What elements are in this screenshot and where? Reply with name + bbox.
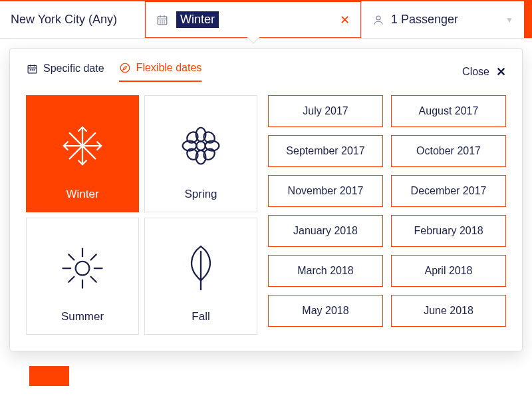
month-grid: July 2017 August 2017 September 2017 Oct…: [268, 95, 506, 335]
svg-point-15: [30, 69, 31, 70]
location-field[interactable]: New York City (Any): [0, 1, 145, 38]
close-button[interactable]: Close ✕: [462, 65, 506, 79]
month-button[interactable]: October 2017: [391, 135, 506, 167]
flower-icon: [176, 121, 225, 170]
month-button[interactable]: August 2017: [391, 95, 506, 127]
month-button[interactable]: June 2018: [391, 295, 506, 327]
date-value: Winter: [176, 11, 219, 28]
svg-point-32: [76, 261, 90, 275]
month-button[interactable]: December 2017: [391, 175, 506, 207]
month-button[interactable]: July 2017: [268, 95, 383, 127]
person-icon: [372, 14, 384, 26]
svg-point-18: [120, 63, 130, 73]
svg-line-40: [68, 276, 74, 282]
svg-point-9: [164, 23, 165, 23]
season-card-summer[interactable]: Summer: [26, 218, 139, 335]
svg-point-4: [160, 21, 161, 21]
tab-label: Flexible dates: [136, 62, 202, 74]
flexible-content: Winter Spring: [26, 95, 506, 335]
passengers-field[interactable]: 1 Passenger ▼: [361, 1, 524, 38]
season-label: Summer: [61, 310, 104, 323]
passengers-value: 1 Passenger: [391, 13, 458, 27]
date-field[interactable]: Winter ✕: [145, 1, 361, 38]
clear-date-button[interactable]: ✕: [340, 13, 350, 27]
svg-line-38: [91, 276, 96, 282]
tab-flexible-dates[interactable]: Flexible dates: [119, 62, 202, 82]
month-button[interactable]: March 2018: [268, 255, 383, 287]
search-button[interactable]: [524, 1, 532, 38]
month-button[interactable]: May 2018: [268, 295, 383, 327]
season-card-fall[interactable]: Fall: [144, 218, 257, 335]
location-value: New York City (Any): [11, 13, 117, 27]
close-icon: ✕: [496, 65, 506, 79]
svg-point-16: [32, 69, 33, 70]
svg-point-17: [33, 69, 34, 70]
month-button[interactable]: April 2018: [391, 255, 506, 287]
search-bar: New York City (Any) Winter ✕ 1 Passenger…: [0, 0, 532, 39]
calendar-icon: [26, 63, 38, 75]
snowflake-icon: [58, 121, 107, 170]
chevron-down-icon: ▼: [505, 15, 513, 25]
svg-point-7: [160, 23, 161, 23]
unknown-orange-block: [29, 366, 69, 386]
month-button[interactable]: September 2017: [268, 135, 383, 167]
svg-line-39: [91, 254, 96, 260]
season-label: Winter: [66, 188, 98, 201]
svg-line-37: [68, 254, 74, 260]
tab-row: Specific date Flexible dates Close ✕: [26, 62, 506, 82]
month-button[interactable]: November 2017: [268, 175, 383, 207]
svg-point-8: [162, 23, 163, 23]
season-label: Fall: [192, 310, 209, 323]
sun-icon: [58, 244, 107, 293]
close-label: Close: [462, 66, 489, 78]
month-button[interactable]: February 2018: [391, 215, 506, 247]
svg-point-10: [376, 16, 380, 20]
svg-point-5: [162, 21, 163, 21]
season-label: Spring: [184, 188, 217, 201]
calendar-icon: [156, 14, 168, 26]
season-card-winter[interactable]: Winter: [26, 95, 139, 212]
tab-label: Specific date: [43, 63, 104, 75]
date-picker-dropdown: Specific date Flexible dates Close ✕: [9, 48, 523, 351]
season-grid: Winter Spring: [26, 95, 257, 335]
leaf-icon: [180, 242, 221, 294]
month-button[interactable]: January 2018: [268, 215, 383, 247]
svg-point-23: [196, 141, 205, 150]
tab-specific-date[interactable]: Specific date: [26, 63, 104, 81]
svg-point-6: [164, 21, 165, 21]
compass-icon: [119, 62, 131, 74]
season-card-spring[interactable]: Spring: [144, 95, 257, 212]
